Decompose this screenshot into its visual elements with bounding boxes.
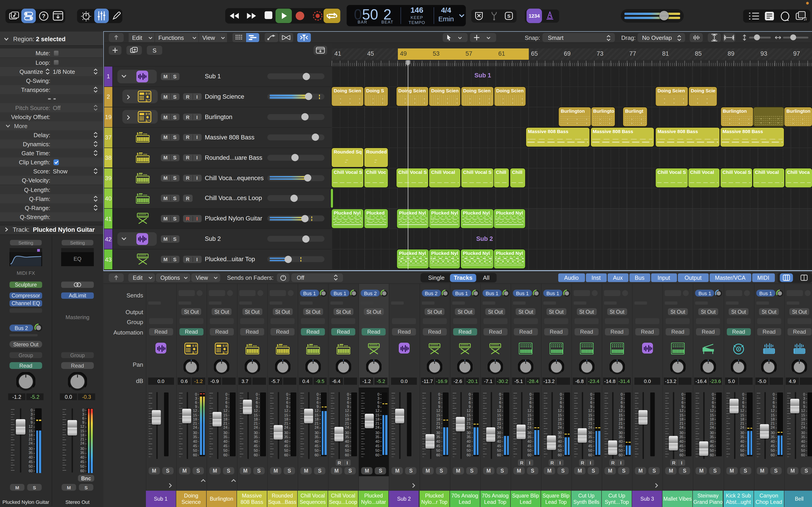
svg-text:♫: ♫ (803, 16, 807, 21)
svg-text:?: ? (42, 13, 45, 19)
svg-text:S: S (507, 13, 510, 18)
